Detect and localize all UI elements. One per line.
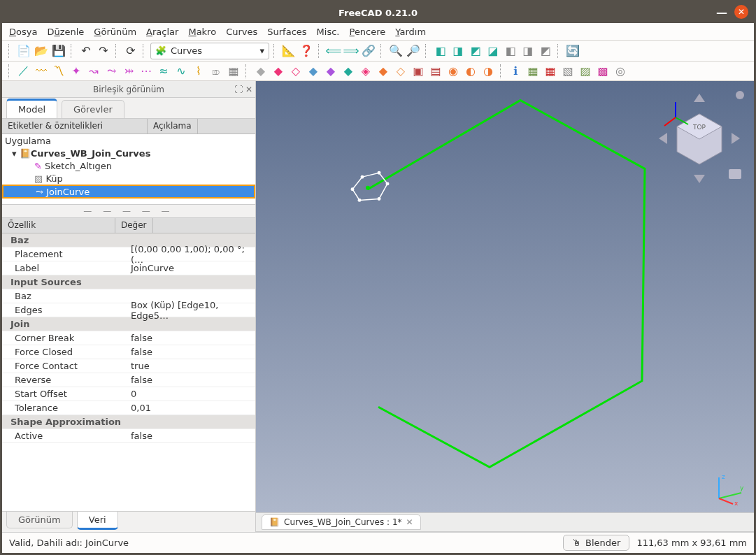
menu-edit[interactable]: Düzenle bbox=[47, 27, 84, 37]
misc6-icon[interactable]: ▩ bbox=[595, 64, 611, 79]
tree-item-sketch[interactable]: ✎ Sketch_Altıgen bbox=[2, 159, 255, 172]
property-row[interactable]: Force Contacttrue bbox=[2, 359, 255, 373]
line-tool-icon[interactable]: ／ bbox=[16, 64, 31, 79]
surf1-icon[interactable]: ◆ bbox=[253, 64, 269, 79]
tab-model[interactable]: Model bbox=[6, 99, 57, 118]
measure-icon[interactable]: 📐 bbox=[281, 43, 297, 59]
menu-misc[interactable]: Misc. bbox=[317, 27, 340, 37]
menu-windows[interactable]: Pencere bbox=[349, 27, 385, 37]
surf9-icon[interactable]: ◇ bbox=[393, 64, 408, 79]
tab-data[interactable]: Veri bbox=[77, 512, 118, 530]
surf12-icon[interactable]: ◉ bbox=[445, 64, 461, 79]
minimize-button[interactable]: — bbox=[715, 5, 729, 19]
menu-help[interactable]: Yardım bbox=[395, 27, 426, 37]
tree-doc[interactable]: ▾ 📔 Curves_WB_Join_Curves bbox=[2, 147, 255, 159]
surf14-icon[interactable]: ◑ bbox=[480, 64, 496, 79]
menu-macro[interactable]: Makro bbox=[188, 27, 216, 37]
join-icon[interactable]: ⤳ bbox=[104, 64, 119, 79]
approximate-icon[interactable]: ≈ bbox=[156, 64, 171, 79]
tab-tasks[interactable]: Görevler bbox=[62, 100, 124, 118]
property-row[interactable]: Placement[(0,00 0,00 1,00); 0,00 °; (… bbox=[2, 247, 255, 261]
bspline-icon[interactable]: 〰 bbox=[34, 64, 49, 79]
panel-close-icon[interactable]: ✕ bbox=[245, 85, 252, 94]
surf10-icon[interactable]: ▣ bbox=[411, 64, 426, 79]
3d-viewport[interactable]: TOP bbox=[256, 81, 754, 512]
discretize-icon[interactable]: ⋯ bbox=[138, 64, 154, 79]
zebra-icon[interactable]: ▦ bbox=[226, 64, 241, 79]
surf4-icon[interactable]: ◆ bbox=[306, 64, 321, 79]
redo-icon[interactable]: ↷ bbox=[96, 43, 111, 59]
property-row[interactable]: Tolerance0,01 bbox=[2, 401, 255, 415]
misc5-icon[interactable]: ▨ bbox=[578, 64, 593, 79]
surf13-icon[interactable]: ◐ bbox=[463, 64, 478, 79]
splitter-handle[interactable]: — — — — — bbox=[2, 204, 255, 218]
surf5-icon[interactable]: ◆ bbox=[323, 64, 338, 79]
surf7-icon[interactable]: ◈ bbox=[358, 64, 373, 79]
refresh-icon[interactable]: ⟳ bbox=[123, 43, 138, 59]
view-front-icon[interactable]: ◨ bbox=[450, 43, 466, 59]
interpolate-icon[interactable]: ∿ bbox=[173, 64, 189, 79]
misc4-icon[interactable]: ▧ bbox=[560, 64, 576, 79]
view-right-icon[interactable]: ◪ bbox=[485, 43, 501, 59]
extend-icon[interactable]: ↝ bbox=[86, 64, 101, 79]
tree-root[interactable]: Uygulama bbox=[2, 134, 255, 147]
open-file-icon[interactable]: 📂 bbox=[34, 43, 49, 59]
new-file-icon[interactable]: 📄 bbox=[16, 43, 31, 59]
misc3-icon[interactable]: ▦ bbox=[543, 64, 558, 79]
nav-back-icon[interactable]: ⟸ bbox=[326, 43, 341, 59]
surf3-icon[interactable]: ◇ bbox=[288, 64, 304, 79]
link-group-icon[interactable]: 🔗 bbox=[361, 43, 376, 59]
view-left-icon[interactable]: ◩ bbox=[538, 43, 553, 59]
tree-item-cube[interactable]: ▧ Küp bbox=[2, 172, 255, 185]
property-row[interactable]: Corner Breakfalse bbox=[2, 331, 255, 345]
curve-start-point bbox=[366, 186, 370, 190]
property-view[interactable]: BazPlacement[(0,00 0,00 1,00); 0,00 °; (… bbox=[2, 233, 255, 511]
save-file-icon[interactable]: 💾 bbox=[51, 43, 66, 59]
misc7-icon[interactable]: ◎ bbox=[613, 64, 628, 79]
navigation-cube[interactable]: TOP bbox=[650, 87, 748, 185]
model-tree[interactable]: Uygulama ▾ 📔 Curves_WB_Join_Curves ✎ Ske… bbox=[2, 134, 255, 204]
close-button[interactable]: ✕ bbox=[734, 5, 748, 19]
navigation-style-button[interactable]: 🖱 Blender bbox=[563, 535, 629, 551]
undo-icon[interactable]: ↶ bbox=[78, 43, 94, 59]
svg-text:x: x bbox=[734, 500, 739, 505]
property-row[interactable]: Activefalse bbox=[2, 429, 255, 443]
property-row[interactable]: Start Offset0 bbox=[2, 387, 255, 401]
comb-icon[interactable]: ⎄ bbox=[208, 64, 224, 79]
blend-icon[interactable]: ⌇ bbox=[191, 64, 206, 79]
menu-surfaces[interactable]: Surfaces bbox=[267, 27, 306, 37]
surf11-icon[interactable]: ▤ bbox=[428, 64, 443, 79]
toolbar-main: 📄 📂 💾 ↶ ↷ ⟳ 🧩 Curves ▾ 📐 ❓ ⟸ ⟹ 🔗 🔍 🔎 ◧ ◨… bbox=[2, 41, 754, 62]
menu-view[interactable]: Görünüm bbox=[94, 27, 136, 37]
menu-curves[interactable]: Curves bbox=[226, 27, 257, 37]
whatsthis-icon[interactable]: ❓ bbox=[299, 43, 314, 59]
curve-edit-icon[interactable]: 〽 bbox=[51, 64, 66, 79]
misc1-icon[interactable]: ℹ bbox=[508, 64, 523, 79]
nav-fwd-icon[interactable]: ⟹ bbox=[343, 43, 359, 59]
fit-sel-icon[interactable]: 🔎 bbox=[406, 43, 421, 59]
fit-all-icon[interactable]: 🔍 bbox=[388, 43, 404, 59]
view-iso-icon[interactable]: ◧ bbox=[433, 43, 448, 59]
panel-expand-icon[interactable]: ⛶ bbox=[234, 85, 243, 94]
property-row[interactable]: EdgesBox (Küp) [Edge10, Edge5… bbox=[2, 303, 255, 317]
surf2-icon[interactable]: ◆ bbox=[271, 64, 286, 79]
doc-tab-close-icon[interactable]: ✕ bbox=[406, 517, 413, 527]
property-row[interactable]: Reversefalse bbox=[2, 373, 255, 387]
view-rear-icon[interactable]: ◧ bbox=[503, 43, 518, 59]
workbench-selector[interactable]: 🧩 Curves ▾ bbox=[150, 43, 269, 59]
document-tab[interactable]: 📔 Curves_WB_Join_Curves : 1* ✕ bbox=[262, 514, 421, 530]
surf6-icon[interactable]: ◆ bbox=[341, 64, 356, 79]
property-row[interactable]: LabelJoinCurve bbox=[2, 261, 255, 275]
sync-view-icon[interactable]: 🔄 bbox=[565, 43, 580, 59]
surf8-icon[interactable]: ◆ bbox=[376, 64, 391, 79]
view-bottom-icon[interactable]: ◨ bbox=[520, 43, 536, 59]
mixed-curve-icon[interactable]: ✦ bbox=[69, 64, 84, 79]
menu-tools[interactable]: Araçlar bbox=[146, 27, 178, 37]
tab-view[interactable]: Görünüm bbox=[6, 512, 73, 528]
menu-file[interactable]: Dosya bbox=[9, 27, 37, 37]
property-row[interactable]: Force Closedfalse bbox=[2, 345, 255, 359]
view-top-icon[interactable]: ◩ bbox=[468, 43, 483, 59]
misc2-icon[interactable]: ▦ bbox=[525, 64, 541, 79]
tree-item-joincurve[interactable]: ⤳ JoinCurve bbox=[2, 185, 255, 199]
split-icon[interactable]: ⤔ bbox=[121, 64, 136, 79]
